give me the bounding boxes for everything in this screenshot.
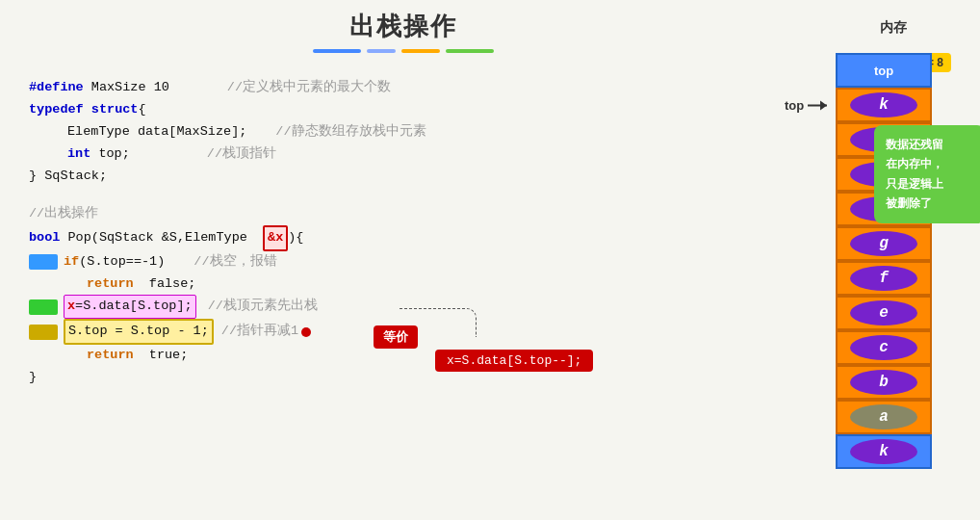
code-line-2: typedef struct{	[29, 99, 778, 121]
arrow-green-1	[29, 299, 58, 315]
oval-b: b	[850, 370, 917, 395]
code-line-9: return false;	[87, 273, 778, 296]
keyword-return-2: return	[87, 345, 134, 367]
title-area: 出栈操作	[259, 10, 548, 53]
code-maxsize-val: MaxSize 10	[84, 77, 169, 99]
top-arrow-label: top	[785, 98, 804, 113]
arrow-blue-1	[29, 254, 58, 270]
note-text: 数据还残留在内存中，只是逻辑上被删除了	[886, 138, 943, 210]
keyword-return-1: return	[87, 273, 134, 296]
code-panel: 出栈操作 #define MaxSize 10 //定义栈中元素的最大个数 ty…	[0, 0, 807, 520]
mem-cell-f: f	[836, 261, 932, 296]
code-line-13: }	[29, 367, 778, 389]
code-top: top;	[90, 143, 130, 166]
highlight-x: &x	[263, 225, 288, 251]
keyword-define: #define	[29, 77, 84, 99]
mem-cell-top: top	[836, 53, 932, 88]
code-elemtype: ElemType data[MaxSize];	[67, 121, 246, 143]
code-true: true;	[134, 345, 189, 367]
highlight-line-10: x=S.data[S.top];	[64, 295, 196, 319]
oval-e: e	[850, 300, 917, 325]
main-container: 出栈操作 #define MaxSize 10 //定义栈中元素的最大个数 ty…	[0, 0, 980, 520]
mem-cell-e: e	[836, 296, 932, 330]
red-dot	[301, 327, 311, 337]
code-line-6: //出栈操作	[29, 203, 778, 225]
memory-label: 内存	[880, 19, 907, 37]
code-brace-close: }	[29, 367, 37, 389]
bar-2	[367, 49, 396, 53]
top-arrow: top	[785, 98, 827, 113]
code-line-1: #define MaxSize 10 //定义栈中元素的最大个数	[29, 77, 778, 99]
oval-a: a	[850, 404, 917, 429]
oval-k1: k	[850, 92, 917, 117]
mem-cell-a: a	[836, 400, 932, 434]
mem-top-text: top	[874, 64, 893, 78]
oval-f: f	[850, 266, 917, 291]
highlight-line-11: S.top = S.top - 1;	[64, 319, 214, 345]
equiv-code-box: x=S.data[S.top--];	[435, 350, 593, 372]
arrow-yellow-1	[29, 325, 58, 340]
equiv-code-text: x=S.data[S.top--];	[447, 353, 581, 368]
mem-cell-bottom: k	[836, 434, 932, 469]
comment-2: //静态数组存放栈中元素	[275, 121, 426, 143]
comment-pop-section: //出栈操作	[29, 203, 98, 225]
mem-cell-k1: k top	[836, 88, 932, 122]
code-line-4: int top; //栈顶指针	[67, 143, 778, 166]
code-if-cond: (S.top==-1)	[79, 251, 165, 273]
mem-cell-b: b	[836, 365, 932, 400]
code-line-8: if (S.top==-1) //栈空，报错	[29, 251, 778, 273]
code-false: false;	[134, 273, 196, 296]
code-line-5: } SqStack;	[29, 166, 778, 188]
oval-k2: k	[850, 439, 917, 464]
memory-stack: top k top j i h g f e c b a	[836, 53, 932, 469]
code-brace-open: ){	[288, 227, 303, 249]
bar-3	[401, 49, 440, 53]
equiv-connector	[400, 308, 477, 337]
bar-1	[313, 49, 361, 53]
code-line-12: return true;	[87, 345, 778, 367]
comment-1: //定义栈中元素的最大个数	[227, 77, 391, 99]
comment-pop-top: //栈顶元素先出栈	[208, 296, 318, 318]
gap-1	[29, 188, 778, 203]
code-sqstack: } SqStack;	[29, 166, 107, 188]
mem-cell-c: c	[836, 330, 932, 365]
comment-decrement: //指针再减1	[221, 321, 298, 343]
code-struct: struct{	[84, 99, 146, 121]
mem-cell-g: g	[836, 226, 932, 261]
title-bars	[259, 49, 548, 53]
code-pop-sig: Pop(SqStack &S,ElemType	[60, 227, 263, 249]
bar-4	[446, 49, 494, 53]
comment-stack-empty: //栈空，报错	[193, 251, 276, 273]
code-line-3: ElemType data[MaxSize]; //静态数组存放栈中元素	[67, 121, 778, 143]
memory-panel: 内存 top = 8 top k top j	[807, 0, 980, 520]
comment-3: //栈顶指针	[207, 143, 276, 166]
keyword-if: if	[64, 251, 79, 273]
oval-g: g	[850, 231, 917, 256]
note-box: 数据还残留在内存中，只是逻辑上被删除了	[874, 125, 980, 223]
oval-c: c	[850, 335, 917, 360]
keyword-int: int	[67, 143, 90, 166]
keyword-typedef: typedef	[29, 99, 84, 121]
code-line-7: bool Pop(SqStack &S,ElemType &x){	[29, 225, 778, 251]
page-title: 出栈操作	[259, 10, 548, 43]
keyword-bool: bool	[29, 227, 60, 249]
